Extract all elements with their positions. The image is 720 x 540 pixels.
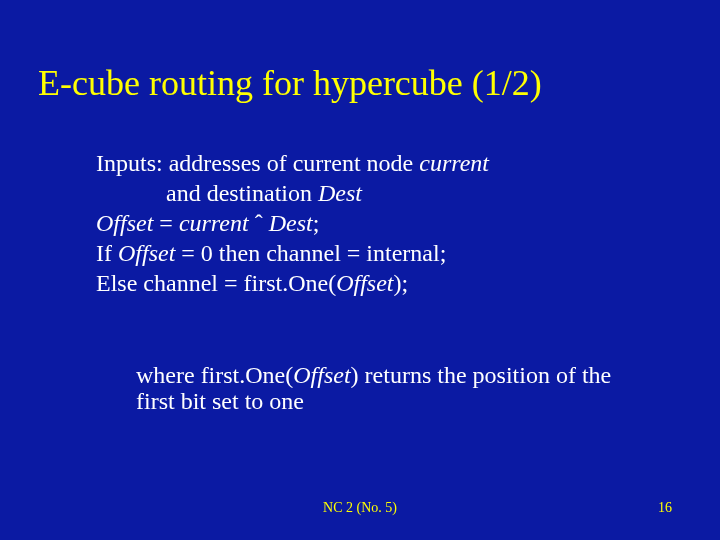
text: and destination — [166, 180, 318, 206]
explanation: where first.One(Offset) returns the posi… — [136, 362, 646, 415]
line-inputs-cont: and destination Dest — [96, 178, 489, 208]
text: where first.One( — [136, 362, 293, 388]
line-offset: Offset = current ˆ Dest; — [96, 208, 489, 238]
line-if: If Offset = 0 then channel = internal; — [96, 238, 489, 268]
var-offset: Offset — [118, 240, 175, 266]
var-dest: Dest — [318, 180, 362, 206]
var-current: current — [179, 210, 249, 236]
var-current: current — [419, 150, 489, 176]
text: Inputs: addresses of current node — [96, 150, 419, 176]
var-dest: Dest — [269, 210, 313, 236]
op-xor: ˆ — [249, 210, 269, 236]
var-offset: Offset — [293, 362, 350, 388]
text: If — [96, 240, 118, 266]
text: ); — [393, 270, 408, 296]
text: = 0 then channel = internal; — [175, 240, 446, 266]
text: ; — [313, 210, 320, 236]
line-inputs: Inputs: addresses of current node curren… — [96, 148, 489, 178]
text: = — [153, 210, 179, 236]
algorithm-body: Inputs: addresses of current node curren… — [96, 148, 489, 298]
footer-center: NC 2 (No. 5) — [0, 500, 720, 516]
slide-title: E-cube routing for hypercube (1/2) — [38, 62, 542, 104]
var-offset: Offset — [336, 270, 393, 296]
page-number: 16 — [658, 500, 672, 516]
var-offset: Offset — [96, 210, 153, 236]
text: Else channel = first.One( — [96, 270, 336, 296]
line-else: Else channel = first.One(Offset); — [96, 268, 489, 298]
